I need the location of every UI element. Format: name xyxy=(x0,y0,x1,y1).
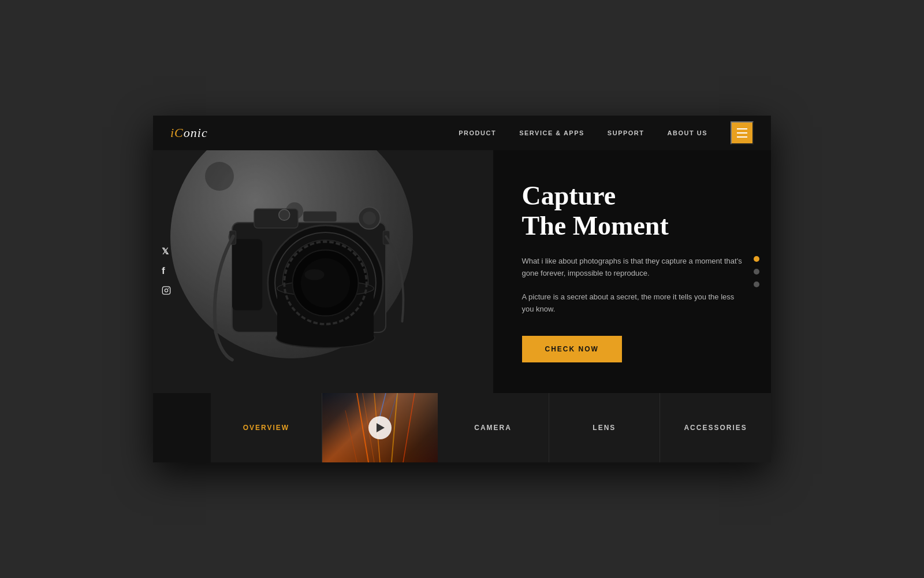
svg-point-21 xyxy=(168,288,169,289)
slide-indicator-1[interactable] xyxy=(754,256,759,262)
social-icons: 𝕏 f xyxy=(162,247,171,297)
nav-product[interactable]: PRODUCT xyxy=(459,129,496,136)
hamburger-line-2 xyxy=(737,132,747,134)
svg-line-22 xyxy=(357,393,368,462)
nav-support[interactable]: SUPPORT xyxy=(608,129,644,136)
bottom-navigation: OVERVIEW CAMERA xyxy=(153,393,771,462)
svg-point-5 xyxy=(279,209,290,220)
facebook-icon[interactable]: f xyxy=(162,266,171,276)
svg-rect-2 xyxy=(304,212,337,221)
browser-window: iConic PRODUCT SERVICE & APPS SUPPORT AB… xyxy=(153,116,771,462)
twitter-icon[interactable]: 𝕏 xyxy=(162,247,171,255)
tab-lens[interactable]: LENS xyxy=(549,393,661,462)
hero-section: 𝕏 f Capture The Moment What i like about… xyxy=(153,150,771,393)
hamburger-button[interactable] xyxy=(731,121,754,144)
svg-point-4 xyxy=(363,212,376,225)
tab-overview[interactable]: OVERVIEW xyxy=(211,393,322,462)
check-now-button[interactable]: CHECK NOW xyxy=(522,336,622,362)
hamburger-line-3 xyxy=(737,136,747,138)
camera-image xyxy=(199,168,419,387)
svg-rect-6 xyxy=(232,239,262,311)
instagram-icon[interactable] xyxy=(162,286,171,297)
play-triangle-icon xyxy=(377,423,385,432)
navigation: iConic PRODUCT SERVICE & APPS SUPPORT AB… xyxy=(153,116,771,150)
svg-point-20 xyxy=(165,289,167,292)
tab-camera[interactable]: CAMERA xyxy=(438,393,549,462)
svg-line-25 xyxy=(403,393,415,462)
svg-rect-1 xyxy=(254,209,298,228)
nav-links: PRODUCT SERVICE & APPS SUPPORT ABOUT US xyxy=(459,121,754,144)
hero-title: Capture The Moment xyxy=(522,181,748,242)
tab-accessories[interactable]: ACCESSORIES xyxy=(660,393,771,462)
svg-line-26 xyxy=(345,410,357,462)
slide-indicators xyxy=(754,256,759,287)
brand-logo[interactable]: iConic xyxy=(170,125,208,140)
hamburger-line-1 xyxy=(737,128,747,129)
hero-quote: A picture is a secret about a secret, th… xyxy=(522,291,748,316)
hero-image-panel: 𝕏 f xyxy=(153,150,493,393)
hero-subtitle: What i like about photographs is that th… xyxy=(522,255,748,280)
svg-point-15 xyxy=(304,269,324,280)
slide-indicator-3[interactable] xyxy=(754,281,759,287)
play-button[interactable] xyxy=(368,416,392,439)
hero-content-panel: Capture The Moment What i like about pho… xyxy=(493,150,772,393)
nav-about-us[interactable]: ABOUT US xyxy=(668,129,707,136)
svg-rect-19 xyxy=(162,287,170,294)
nav-service-apps[interactable]: SERVICE & APPS xyxy=(519,129,584,136)
bottom-dark-strip xyxy=(153,393,211,462)
svg-point-14 xyxy=(301,258,351,308)
slide-indicator-2[interactable] xyxy=(754,269,759,275)
video-thumbnail[interactable] xyxy=(322,393,438,462)
